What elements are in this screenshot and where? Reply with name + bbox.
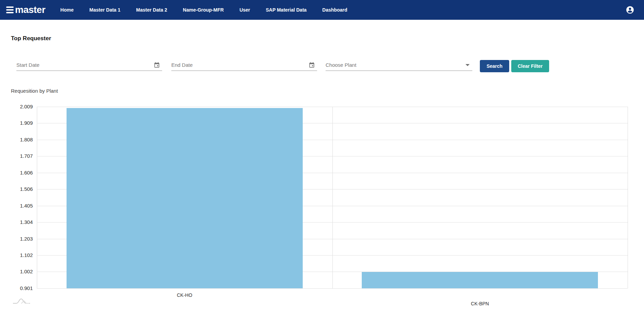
y-axis-tick-label: 2.009 (5, 104, 33, 110)
end-date-field (171, 59, 317, 71)
bar-ck-ho[interactable] (67, 108, 303, 288)
nav-item-sap-material-data[interactable]: SAP Material Data (266, 7, 307, 13)
search-button[interactable]: Search (480, 60, 509, 72)
clear-filter-button[interactable]: Clear Filter (511, 60, 549, 72)
start-date-input[interactable] (16, 59, 162, 71)
plant-select[interactable] (326, 59, 472, 71)
x-axis-label: CK-BPN (453, 301, 507, 306)
y-axis-tick-label: 1.102 (5, 252, 33, 258)
y-axis-tick-label: 0.901 (5, 285, 33, 291)
y-axis-tick-label: 1.606 (5, 170, 33, 176)
x-axis-label: CK-HO (157, 292, 212, 298)
y-axis-tick-label: 1.506 (5, 186, 33, 192)
plant-select-input[interactable] (326, 59, 472, 71)
app-logo-text: master (15, 4, 45, 15)
wave-icon (12, 297, 34, 306)
y-axis-tick-label: 1.909 (5, 120, 33, 126)
y-axis-tick-label: 1.405 (5, 203, 33, 209)
gridline (37, 107, 628, 107)
y-axis-tick-label: 1.203 (5, 236, 33, 242)
nav-item-dashboard[interactable]: Dashboard (322, 7, 347, 13)
gridline (37, 107, 37, 288)
chevron-down-icon (466, 64, 470, 66)
start-date-field (16, 59, 162, 71)
end-date-input[interactable] (171, 59, 317, 71)
page-title: Top Requester (11, 35, 51, 42)
y-axis-tick-label: 1.808 (5, 137, 33, 143)
navbar: master HomeMaster Data 1Master Data 2Nam… (0, 0, 644, 20)
nav-item-user[interactable]: User (240, 7, 250, 13)
gridline (37, 288, 628, 289)
y-axis-tick-label: 1.002 (5, 269, 33, 275)
bar-ck-bpn[interactable] (362, 272, 598, 288)
y-axis-tick-label: 1.707 (5, 153, 33, 159)
chart-section-label: Requesition by Plant (11, 88, 58, 94)
requisition-bar-chart: 0.9011.0021.1021.2031.3041.4051.5061.606… (0, 99, 644, 320)
nav-item-master-data-1[interactable]: Master Data 1 (89, 7, 120, 13)
calendar-icon[interactable] (154, 62, 160, 68)
y-axis-tick-label: 1.304 (5, 219, 33, 225)
app-logo[interactable]: master (6, 4, 45, 15)
account-icon[interactable] (626, 5, 634, 14)
calendar-icon[interactable] (309, 62, 315, 68)
nav-item-name-group-mfr[interactable]: Name-Group-MFR (183, 7, 224, 13)
main-nav: HomeMaster Data 1Master Data 2Name-Group… (60, 7, 347, 13)
hamburger-menu-icon (6, 6, 14, 13)
nav-item-master-data-2[interactable]: Master Data 2 (136, 7, 167, 13)
nav-item-home[interactable]: Home (60, 7, 74, 13)
gridline (332, 107, 333, 288)
gridline (628, 107, 628, 288)
